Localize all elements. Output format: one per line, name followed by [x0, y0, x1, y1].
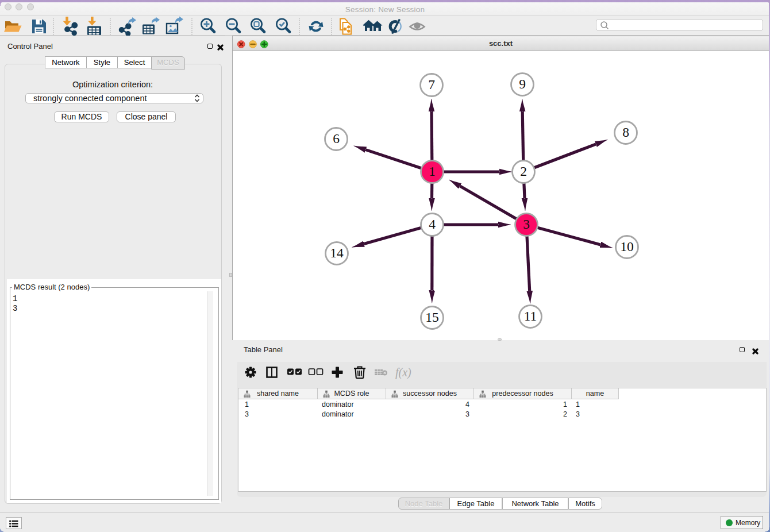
svg-text:2: 2: [520, 164, 527, 179]
svg-text:9: 9: [519, 76, 526, 91]
svg-text:1: 1: [429, 164, 436, 179]
svg-text:6: 6: [333, 131, 340, 146]
svg-text:15: 15: [425, 310, 439, 325]
svg-text:4: 4: [429, 217, 436, 232]
svg-text:3: 3: [523, 217, 530, 232]
svg-text:8: 8: [622, 125, 629, 140]
svg-text:14: 14: [330, 245, 344, 260]
svg-text:11: 11: [524, 309, 537, 323]
svg-text:7: 7: [428, 77, 435, 92]
svg-text:f(x): f(x): [395, 366, 411, 379]
svg-text:10: 10: [620, 239, 634, 254]
